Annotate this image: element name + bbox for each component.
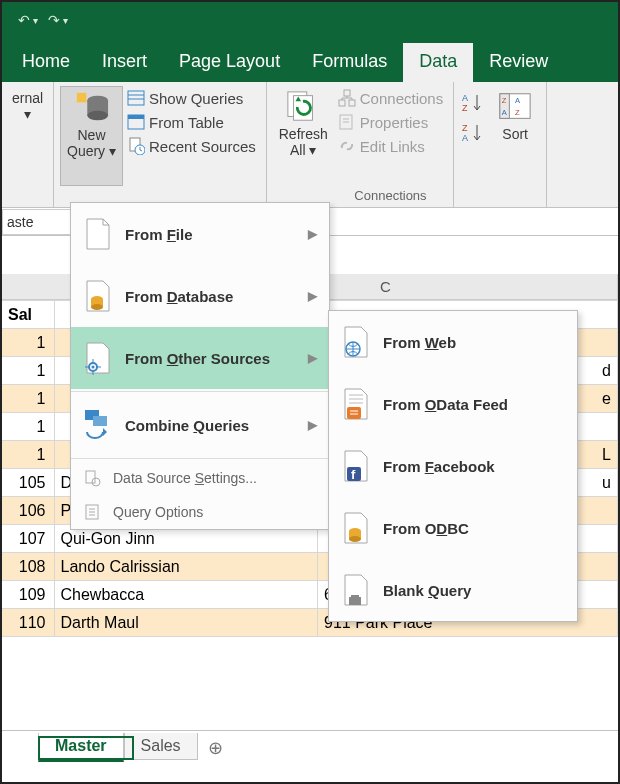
file-icon <box>83 217 113 251</box>
svg-rect-3 <box>128 91 144 105</box>
from-other-sources-submenu: From Web From OData Feed f From Facebook… <box>328 310 578 622</box>
svg-rect-12 <box>344 90 350 96</box>
external-data-button[interactable]: ernal ▾ <box>8 86 47 126</box>
show-queries-icon <box>127 89 145 107</box>
chevron-right-icon: ▶ <box>308 289 317 303</box>
connections-icon <box>338 89 356 107</box>
menu-from-database[interactable]: From Database ▶ <box>71 265 329 327</box>
submenu-from-web[interactable]: From Web <box>329 311 577 373</box>
svg-rect-14 <box>349 100 355 106</box>
svg-rect-53 <box>349 597 361 605</box>
sort-za-icon[interactable]: ZA <box>460 122 484 144</box>
recent-sources-icon <box>127 137 145 155</box>
menu-from-other-sources[interactable]: From Other Sources ▶ <box>71 327 329 389</box>
blank-query-icon <box>341 573 371 607</box>
sheet-tab-sales[interactable]: Sales <box>124 733 198 760</box>
tab-home[interactable]: Home <box>6 43 86 82</box>
svg-rect-35 <box>86 471 95 483</box>
show-queries-button[interactable]: Show Queries <box>123 86 260 110</box>
chevron-right-icon: ▶ <box>308 351 317 365</box>
svg-rect-13 <box>339 100 345 106</box>
sort-az-icon[interactable]: AZ <box>460 92 484 114</box>
menu-from-file[interactable]: From File ▶ <box>71 203 329 265</box>
chevron-right-icon: ▶ <box>308 227 317 241</box>
svg-rect-7 <box>128 115 144 119</box>
active-cell-marker <box>38 736 134 760</box>
odata-icon <box>341 387 371 421</box>
menu-query-options[interactable]: Query Options <box>71 495 329 529</box>
recent-sources-button[interactable]: Recent Sources <box>123 134 260 158</box>
add-sheet-button[interactable]: ⊕ <box>198 733 233 763</box>
properties-button: Properties <box>334 110 447 134</box>
menu-data-source-settings[interactable]: Data Source Settings... <box>71 461 329 495</box>
ribbon: ernal ▾ New Query ▾ Show Queries From Ta… <box>2 82 618 208</box>
options-icon <box>83 503 101 521</box>
properties-icon <box>338 113 356 131</box>
submenu-blank-query[interactable]: Blank Query <box>329 559 577 621</box>
svg-point-32 <box>92 366 95 369</box>
web-icon <box>341 325 371 359</box>
gear-icon <box>83 469 101 487</box>
menu-divider <box>71 458 329 459</box>
sort-button[interactable]: ZAAZ Sort <box>490 86 540 146</box>
database-icon <box>83 279 113 313</box>
facebook-icon: f <box>341 449 371 483</box>
menu-combine-queries[interactable]: Combine Queries ▶ <box>71 394 329 456</box>
quick-access-toolbar: ↶▾ ↷▾ <box>2 2 618 38</box>
tab-formulas[interactable]: Formulas <box>296 43 403 82</box>
menu-divider <box>71 391 329 392</box>
group-label-connections: Connections <box>334 186 447 205</box>
edit-links-button: Edit Links <box>334 134 447 158</box>
sort-icon: ZAAZ <box>496 90 534 124</box>
svg-rect-45 <box>347 407 361 419</box>
tab-data[interactable]: Data <box>403 43 473 82</box>
submenu-from-facebook[interactable]: f From Facebook <box>329 435 577 497</box>
svg-text:Z: Z <box>502 96 507 105</box>
tab-insert[interactable]: Insert <box>86 43 163 82</box>
undo-button[interactable]: ↶▾ <box>18 12 38 28</box>
svg-text:Z: Z <box>462 103 468 113</box>
svg-text:Z: Z <box>515 108 520 117</box>
svg-text:Z: Z <box>462 123 468 133</box>
submenu-from-odata[interactable]: From OData Feed <box>329 373 577 435</box>
from-table-button[interactable]: From Table <box>123 110 260 134</box>
chevron-right-icon: ▶ <box>308 418 317 432</box>
connections-button[interactable]: Connections <box>334 86 447 110</box>
combine-icon <box>83 408 113 442</box>
svg-point-36 <box>92 478 100 486</box>
edit-links-icon <box>338 137 356 155</box>
svg-rect-54 <box>351 595 359 597</box>
refresh-all-button[interactable]: Refresh All ▾ <box>273 86 334 205</box>
other-sources-icon <box>83 341 113 375</box>
tab-review[interactable]: Review <box>473 43 564 82</box>
odbc-icon <box>341 511 371 545</box>
submenu-from-odbc[interactable]: From ODBC <box>329 497 577 559</box>
tab-page-layout[interactable]: Page Layout <box>163 43 296 82</box>
ribbon-tabs: Home Insert Page Layout Formulas Data Re… <box>2 38 618 82</box>
svg-text:f: f <box>351 467 356 482</box>
svg-rect-34 <box>93 416 107 426</box>
new-query-button[interactable]: New Query ▾ <box>60 86 123 186</box>
svg-point-30 <box>91 304 103 310</box>
svg-point-2 <box>87 111 108 120</box>
new-query-menu: From File ▶ From Database ▶ From Other S… <box>70 202 330 530</box>
svg-point-52 <box>349 536 361 542</box>
svg-text:A: A <box>462 93 468 103</box>
from-table-icon <box>127 113 145 131</box>
refresh-icon <box>284 90 322 124</box>
redo-button[interactable]: ↷▾ <box>48 12 68 28</box>
new-query-icon <box>73 91 111 125</box>
svg-text:A: A <box>462 133 468 143</box>
